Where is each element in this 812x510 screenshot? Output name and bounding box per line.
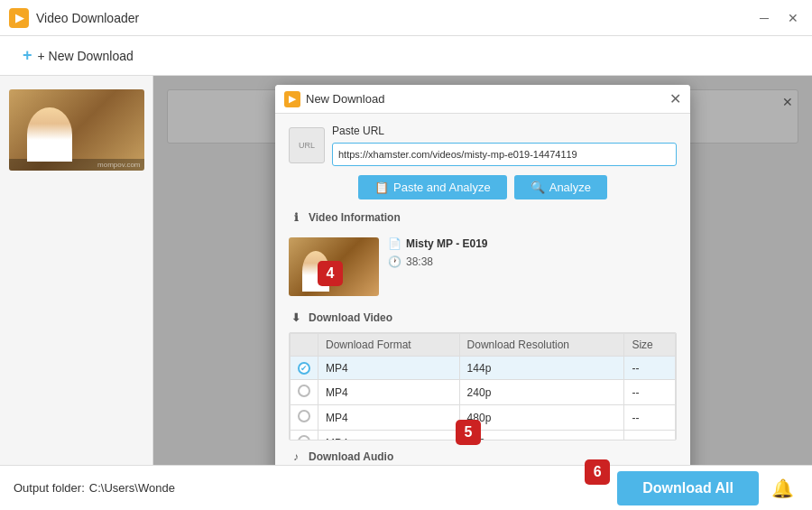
- table-row[interactable]: MP4 144p --: [291, 357, 676, 380]
- thumbnail-figure: [27, 107, 72, 162]
- video-duration-text: 38:38: [406, 255, 433, 268]
- video-info-content: 📄 Misty MP - E019 🕐 38:38: [289, 232, 677, 301]
- format-cell: MP4: [318, 380, 460, 405]
- url-input[interactable]: [332, 143, 677, 166]
- col-format-header: Download Format: [318, 334, 460, 357]
- sidebar: mompov.com: [0, 76, 153, 465]
- modal-body: URL Paste URL 📋 Paste and Analyze: [275, 114, 690, 465]
- format-table-wrapper: Download Format Download Resolution Size: [289, 332, 677, 440]
- sidebar-thumbnail: mompov.com: [9, 89, 144, 171]
- app-titlebar: ▶ Video Downloader ─ ✕: [0, 0, 812, 36]
- size-cell: --: [624, 405, 676, 431]
- download-all-button[interactable]: Download All: [617, 471, 759, 505]
- modal-title: New Download: [306, 92, 384, 106]
- download-video-header: ⬇ Download Video: [289, 311, 677, 325]
- radio-480p[interactable]: [298, 410, 310, 422]
- modal-title-left: ▶ New Download: [284, 91, 384, 107]
- url-icon: URL: [289, 127, 325, 163]
- modal-close-button[interactable]: ✕: [669, 90, 681, 107]
- table-row[interactable]: MP4 480p --: [291, 405, 676, 431]
- main-content: ✕ 4 5 ▶ New Download ✕: [153, 76, 812, 465]
- resolution-cell: 144p: [459, 357, 624, 380]
- radio-144p[interactable]: [298, 362, 310, 375]
- download-audio-label: Download Audio: [309, 450, 393, 463]
- output-folder-label: Output folder:: [14, 481, 85, 495]
- radio-col[interactable]: [291, 405, 318, 431]
- new-download-button[interactable]: + + New Download: [14, 41, 143, 70]
- radio-col[interactable]: [291, 380, 318, 405]
- format-table: Download Format Download Resolution Size: [290, 333, 676, 440]
- modal-titlebar: ▶ New Download ✕: [275, 85, 690, 114]
- clock-icon: 🕐: [388, 255, 401, 268]
- video-title: 📄 Misty MP - E019: [388, 237, 677, 250]
- step-6-badge: 6: [585, 459, 610, 485]
- url-section: URL Paste URL: [289, 125, 677, 166]
- resolution-cell: 720p: [459, 431, 624, 441]
- format-cell: MP4: [318, 357, 460, 380]
- bottom-right: 6 Download All 🔔: [585, 471, 798, 505]
- minimize-button[interactable]: ─: [754, 8, 774, 28]
- analyze-label: Analyze: [549, 181, 591, 194]
- table-row[interactable]: MP4 240p --: [291, 380, 676, 405]
- video-meta: 📄 Misty MP - E019 🕐 38:38: [388, 237, 677, 268]
- format-cell: MP4: [318, 405, 460, 431]
- search-icon: 🔍: [531, 181, 545, 194]
- resolution-cell: 240p: [459, 380, 624, 405]
- resolution-header-text: Download Resolution: [467, 338, 569, 351]
- radio-720p[interactable]: [298, 435, 310, 440]
- video-info-section: ℹ Video Information 📄 Mi: [289, 210, 677, 301]
- url-right: Paste URL: [332, 125, 677, 166]
- music-icon: ♪: [289, 450, 303, 464]
- download-icon: ⬇: [289, 311, 303, 325]
- app-window: ▶ Video Downloader ─ ✕ + + New Download …: [0, 0, 812, 510]
- video-duration: 🕐 38:38: [388, 255, 677, 268]
- output-path: C:\Users\Wonde: [89, 481, 175, 495]
- close-button[interactable]: ✕: [783, 8, 803, 28]
- app-logo-icon: ▶: [9, 8, 29, 28]
- radio-240p[interactable]: [298, 385, 310, 397]
- size-header-text: Size: [632, 338, 652, 351]
- download-video-label: Download Video: [309, 311, 392, 324]
- download-video-section: ⬇ Download Video Download F: [289, 311, 677, 440]
- format-cell: MP4: [318, 431, 460, 441]
- url-label: Paste URL: [332, 125, 677, 137]
- app-controls: ─ ✕: [754, 8, 803, 28]
- step-5-badge: 5: [456, 420, 481, 445]
- modal-overlay: 4 5 ▶ New Download ✕: [153, 76, 812, 465]
- col-size-header: Size: [624, 334, 676, 357]
- info-icon: ℹ: [289, 210, 303, 225]
- size-cell: --: [624, 380, 676, 405]
- paste-analyze-button[interactable]: 📋 Paste and Analyze: [358, 175, 507, 199]
- download-audio-section: ♪ Download Audio: [289, 450, 677, 465]
- size-cell: --: [624, 357, 676, 380]
- radio-col[interactable]: [291, 431, 318, 441]
- paste-icon: 📋: [374, 181, 389, 194]
- plus-icon: +: [23, 46, 32, 65]
- video-info-header: ℹ Video Information: [289, 210, 677, 225]
- video-title-text: Misty MP - E019: [406, 237, 487, 250]
- modal-logo-icon: ▶: [284, 91, 300, 107]
- bottom-bar: Output folder: C:\Users\Wonde 6 Download…: [0, 465, 812, 510]
- url-buttons: 📋 Paste and Analyze 🔍 Analyze: [289, 175, 677, 199]
- app-toolbar: + + New Download: [0, 36, 812, 76]
- alarm-button[interactable]: 🔔: [766, 472, 798, 505]
- app-content: mompov.com ✕ 4 5 ▶ New: [0, 76, 812, 465]
- app-title-left: ▶ Video Downloader: [9, 8, 139, 28]
- paste-analyze-label: Paste and Analyze: [393, 181, 491, 194]
- resolution-cell: 480p: [459, 405, 624, 431]
- step-4-badge: 4: [318, 261, 343, 286]
- format-header-text: Download Format: [326, 338, 411, 351]
- new-download-label: + New Download: [38, 49, 134, 63]
- col-select: [291, 334, 318, 357]
- download-audio-header: ♪ Download Audio: [289, 450, 677, 464]
- table-row[interactable]: MP4 720p --: [291, 431, 676, 441]
- file-icon: 📄: [388, 237, 401, 250]
- radio-col[interactable]: [291, 357, 318, 380]
- col-resolution-header: Download Resolution: [459, 334, 624, 357]
- analyze-button[interactable]: 🔍 Analyze: [514, 175, 607, 199]
- video-info-label: Video Information: [309, 211, 401, 224]
- size-cell: --: [624, 431, 676, 441]
- app-title: Video Downloader: [36, 11, 139, 25]
- output-folder: Output folder: C:\Users\Wonde: [14, 481, 175, 495]
